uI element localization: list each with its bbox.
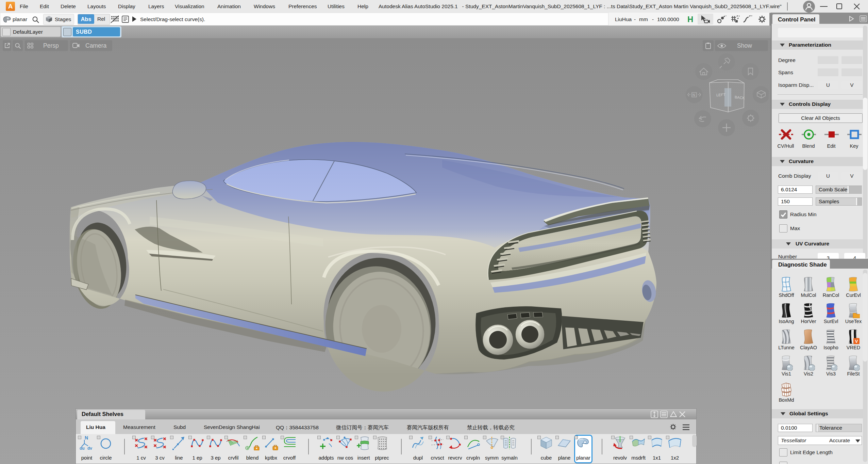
- svg-text:V: V: [855, 339, 858, 344]
- svg-text:N: N: [692, 93, 695, 97]
- svg-text:dv: dv: [87, 446, 92, 450]
- svg-text:du: du: [80, 446, 85, 450]
- svg-text:LEFT: LEFT: [716, 93, 725, 97]
- svg-text:N: N: [85, 435, 88, 441]
